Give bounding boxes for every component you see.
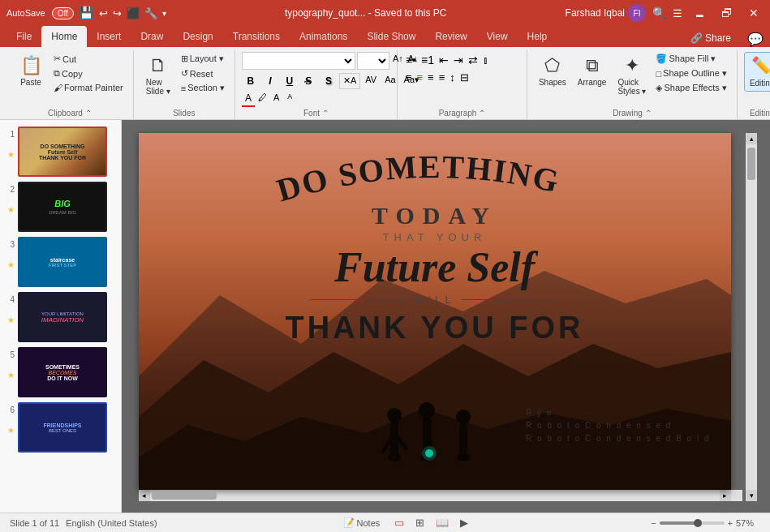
bold-button[interactable]: B: [242, 73, 260, 89]
increase-indent-button[interactable]: ⇥: [452, 52, 465, 68]
reading-view-btn[interactable]: 📖: [432, 515, 452, 530]
tab-draw[interactable]: Draw: [131, 26, 173, 47]
layout-button[interactable]: ⊞ Layout ▾: [178, 52, 228, 66]
italic-button[interactable]: I: [261, 73, 279, 89]
notes-button[interactable]: 📝 Notes: [337, 516, 387, 530]
align-right-button[interactable]: ≡: [426, 70, 436, 85]
bullets-button[interactable]: ≡•: [404, 52, 418, 68]
font-size-row-btn[interactable]: Aa: [381, 73, 398, 89]
tab-insert[interactable]: Insert: [87, 26, 131, 47]
tab-home[interactable]: Home: [41, 26, 87, 47]
tab-view[interactable]: View: [477, 26, 518, 47]
decrease-indent-button[interactable]: ⇤: [437, 52, 450, 68]
maximize-button[interactable]: 🗗: [716, 5, 738, 21]
tab-file[interactable]: File: [6, 26, 41, 47]
tab-help[interactable]: Help: [518, 26, 557, 47]
slide-thumb-1[interactable]: 1 ★ DO SOMETHINGFuture SelfTHANK YOU FOR: [3, 127, 118, 177]
language: English (United States): [66, 518, 157, 528]
paste-button[interactable]: 📋 Paste: [13, 52, 49, 90]
shape-fill-button[interactable]: 🪣 Shape Fill ▾: [652, 52, 729, 66]
hscroll-right-btn[interactable]: ▸: [720, 490, 731, 501]
vscroll-up-btn[interactable]: ▴: [746, 133, 757, 144]
slide-thumb-5[interactable]: 5 ★ SOMETIMES BECOMES DO IT NOW: [3, 347, 118, 397]
redo-icon[interactable]: ↪: [113, 7, 122, 19]
tab-transitions[interactable]: Transitions: [223, 26, 290, 47]
font-size-up-btn2[interactable]: A: [270, 91, 282, 107]
text-direction-button[interactable]: ⇄: [467, 52, 480, 68]
strikethrough-button[interactable]: S̶: [300, 73, 318, 89]
slide-thumb-2[interactable]: 2 ★ BIG DREAM BIG: [3, 182, 118, 232]
tab-design[interactable]: Design: [173, 26, 222, 47]
vscroll-track[interactable]: [747, 144, 755, 490]
shadow-button[interactable]: S: [320, 73, 338, 89]
tab-review[interactable]: Review: [425, 26, 476, 47]
hscroll-thumb[interactable]: [152, 491, 217, 500]
slide-img-3[interactable]: staircase FIRST STEP: [18, 237, 107, 287]
autosave-toggle[interactable]: Off: [52, 7, 74, 19]
zoom-out-btn[interactable]: −: [651, 518, 656, 528]
save-icon[interactable]: 💾: [79, 6, 94, 20]
font-color-button[interactable]: A: [242, 91, 255, 107]
slide-thumb-3[interactable]: 3 ★ staircase FIRST STEP: [3, 237, 118, 287]
search-icon[interactable]: 🔍: [652, 6, 666, 19]
vscrollbar[interactable]: ▴ ▾: [746, 133, 757, 501]
hscroll-track[interactable]: [150, 490, 720, 501]
align-left-button[interactable]: ≡: [404, 70, 414, 85]
slide-thumb-6[interactable]: 6 ★ FRIENDSHIPS BEST ONES: [3, 402, 118, 453]
undo-icon[interactable]: ↩: [99, 7, 108, 19]
customize-icon[interactable]: 🔧: [144, 7, 157, 19]
shapes-button[interactable]: ⬠ Shapes: [534, 52, 571, 90]
comments-icon[interactable]: 💬: [747, 32, 764, 47]
arrange-button[interactable]: ⧉ Arrange: [573, 52, 612, 90]
highlight-color-button[interactable]: 🖊: [256, 91, 269, 107]
vscroll-thumb[interactable]: [747, 148, 755, 180]
normal-view-btn[interactable]: ▭: [391, 515, 407, 530]
quick-styles-button[interactable]: ✦ QuickStyles ▾: [613, 52, 651, 99]
tab-slideshow[interactable]: Slide Show: [357, 26, 425, 47]
zoom-level[interactable]: 57%: [736, 518, 760, 528]
slide-thumb-4[interactable]: 4 ★ YOUR LIMITATION IMAGINATION: [3, 292, 118, 342]
line-spacing-button[interactable]: ↕: [448, 70, 457, 85]
smart-art-button[interactable]: ⊟: [458, 70, 471, 85]
minimize-button[interactable]: 🗕: [689, 5, 710, 21]
slideshow-view-btn[interactable]: ▶: [457, 515, 471, 530]
section-button[interactable]: ≡ Section ▾: [178, 81, 228, 95]
character-spacing-button[interactable]: AV: [362, 73, 380, 89]
align-center-button[interactable]: ≡: [415, 70, 425, 85]
shape-outline-button[interactable]: □ Shape Outline ▾: [652, 66, 729, 80]
slide-sorter-btn[interactable]: ⊞: [412, 515, 428, 530]
slide-canvas[interactable]: DO SOMETHING TODAY THAT YOUR Future Self: [139, 133, 731, 490]
copy-button[interactable]: ⧉ Copy: [50, 66, 127, 80]
columns-button[interactable]: ⫾: [481, 52, 490, 68]
present-icon[interactable]: ⬛: [127, 7, 140, 19]
hscrollbar[interactable]: ◂ ▸: [139, 490, 731, 501]
font-size-down-btn2[interactable]: A: [284, 91, 295, 107]
font-family-select[interactable]: [242, 52, 355, 70]
zoom-in-btn[interactable]: +: [728, 518, 733, 528]
slide-img-2[interactable]: BIG DREAM BIG: [18, 182, 107, 232]
slide-img-4[interactable]: YOUR LIMITATION IMAGINATION: [18, 292, 107, 342]
clear-format-button[interactable]: ✕A: [339, 73, 360, 89]
editing-button[interactable]: ✏️ Editing: [744, 52, 770, 92]
font-size-select[interactable]: [357, 52, 389, 70]
ribbon-toggle-icon[interactable]: ☰: [673, 7, 682, 19]
cut-button[interactable]: ✂ Cut: [50, 52, 127, 66]
zoom-thumb[interactable]: [694, 519, 702, 527]
reset-button[interactable]: ↺ Reset: [178, 66, 228, 80]
user-area[interactable]: Farshad Iqbal FI: [566, 4, 646, 22]
justify-button[interactable]: ≡: [437, 70, 447, 85]
new-slide-button[interactable]: 🗋 NewSlide ▾: [140, 52, 176, 99]
zoom-slider[interactable]: [660, 521, 725, 525]
slide-img-1[interactable]: DO SOMETHINGFuture SelfTHANK YOU FOR: [18, 127, 107, 177]
hscroll-left-btn[interactable]: ◂: [139, 490, 150, 501]
underline-button[interactable]: U: [281, 73, 299, 89]
tab-animations[interactable]: Animations: [290, 26, 357, 47]
share-button[interactable]: 🔗 Share: [679, 29, 742, 47]
shape-effects-button[interactable]: ◈ Shape Effects ▾: [652, 81, 729, 95]
numbering-button[interactable]: ≡1: [419, 52, 436, 68]
vscroll-down-btn[interactable]: ▾: [746, 490, 757, 501]
format-painter-button[interactable]: 🖌 Format Painter: [50, 81, 127, 94]
slide-img-5[interactable]: SOMETIMES BECOMES DO IT NOW: [18, 347, 107, 397]
close-button[interactable]: ✕: [744, 5, 764, 21]
slide-img-6[interactable]: FRIENDSHIPS BEST ONES: [18, 402, 107, 453]
